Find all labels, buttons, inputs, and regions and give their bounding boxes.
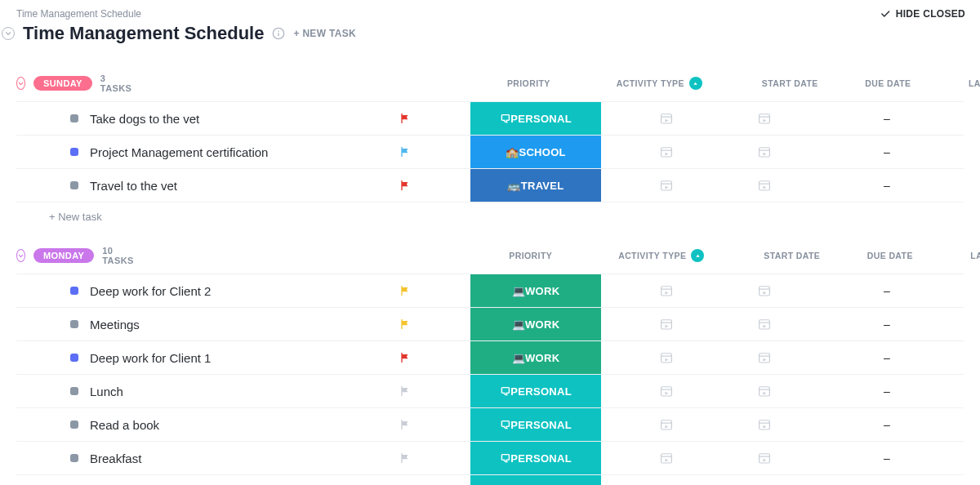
sort-indicator[interactable] (691, 249, 704, 262)
task-status-box[interactable] (70, 454, 78, 462)
due-date-cell[interactable] (715, 145, 813, 159)
info-icon[interactable] (272, 27, 285, 40)
task-name[interactable]: Project Management certification (78, 145, 268, 159)
activity-type-chip[interactable]: 💻WORK (470, 274, 601, 307)
task-name[interactable]: Deep work for Client 1 (78, 351, 211, 365)
activity-type-chip[interactable]: 🗨PERSONAL (470, 408, 601, 441)
latest-comment-cell[interactable]: – (813, 351, 960, 364)
start-date-cell[interactable] (617, 350, 715, 365)
column-activity-type[interactable]: ACTIVITY TYPE (580, 249, 743, 262)
group-collapse-toggle[interactable] (16, 77, 25, 90)
task-row[interactable]: Prepare for work 🗨PERSONAL – (16, 474, 964, 485)
start-date-cell[interactable] (617, 145, 715, 159)
task-status-box[interactable] (70, 420, 78, 429)
latest-comment-cell[interactable]: – (813, 385, 960, 398)
activity-type-chip[interactable]: 🚌TRAVEL (470, 169, 601, 202)
new-task-row[interactable]: + New task (16, 202, 964, 226)
activity-type-chip[interactable]: 🗨PERSONAL (470, 375, 601, 407)
hide-closed-toggle[interactable]: HIDE CLOSED (880, 8, 965, 20)
due-date-cell[interactable] (715, 451, 813, 465)
activity-type-chip[interactable]: 🗨PERSONAL (470, 442, 601, 474)
activity-type-chip[interactable]: 🗨PERSONAL (470, 475, 601, 485)
priority-flag-icon[interactable] (399, 112, 412, 125)
activity-type-chip[interactable]: 🏫SCHOOL (470, 136, 601, 168)
task-row[interactable]: Meetings 💻WORK – (16, 307, 964, 340)
due-date-cell[interactable] (715, 178, 813, 193)
priority-flag-icon[interactable] (399, 179, 412, 192)
group-collapse-toggle[interactable] (16, 249, 25, 262)
priority-flag-icon[interactable] (399, 385, 412, 398)
task-name[interactable]: Take dogs to the vet (78, 112, 199, 126)
due-date-cell[interactable] (715, 317, 813, 331)
activity-type-chip[interactable]: 🗨PERSONAL (470, 102, 601, 135)
latest-comment-cell[interactable]: – (813, 112, 960, 125)
task-row[interactable]: Breakfast 🗨PERSONAL – (16, 441, 964, 474)
column-latest-comment[interactable]: LATEST COMMENT (937, 78, 980, 88)
collapse-all-toggle[interactable] (2, 27, 15, 40)
task-status-box[interactable] (70, 387, 78, 395)
task-row[interactable]: Take dogs to the vet 🗨PERSONAL – (16, 101, 964, 135)
task-name[interactable]: Breakfast (78, 452, 141, 465)
task-row[interactable]: Travel to the vet 🚌TRAVEL – (16, 168, 964, 202)
task-name[interactable]: Lunch (78, 385, 123, 398)
calendar-icon (659, 451, 674, 465)
task-row[interactable]: Deep work for Client 1 💻WORK – (16, 340, 964, 374)
calendar-icon (757, 317, 772, 331)
column-activity-type[interactable]: ACTIVITY TYPE (577, 77, 741, 90)
start-date-cell[interactable] (617, 417, 715, 432)
priority-flag-icon[interactable] (399, 351, 412, 364)
task-row[interactable]: Project Management certification 🏫SCHOOL… (16, 135, 964, 168)
column-priority[interactable]: PRIORITY (479, 78, 577, 88)
latest-comment-cell[interactable]: – (813, 179, 960, 192)
due-date-cell[interactable] (715, 417, 813, 432)
calendar-icon (659, 145, 674, 159)
column-priority[interactable]: PRIORITY (482, 251, 580, 260)
task-row[interactable]: Lunch 🗨PERSONAL – (16, 374, 964, 407)
latest-comment-cell[interactable]: – (813, 284, 960, 297)
latest-comment-cell[interactable]: – (813, 318, 960, 331)
task-name[interactable]: Meetings (78, 318, 140, 331)
latest-comment-cell[interactable]: – (813, 145, 960, 158)
task-name[interactable]: Read a book (78, 418, 159, 432)
breadcrumb[interactable]: Time Management Schedule (0, 0, 980, 23)
task-status-box[interactable] (70, 287, 78, 295)
priority-flag-icon[interactable] (399, 145, 412, 158)
new-task-button-top[interactable]: + NEW TASK (293, 28, 355, 39)
task-row[interactable]: Read a book 🗨PERSONAL – (16, 407, 964, 441)
task-name[interactable]: Travel to the vet (78, 179, 177, 193)
start-date-cell[interactable] (617, 111, 715, 126)
latest-comment-cell[interactable]: – (813, 418, 960, 431)
due-date-cell[interactable] (715, 384, 813, 398)
task-row[interactable]: Deep work for Client 2 💻WORK – (16, 274, 964, 307)
latest-comment-cell[interactable]: – (813, 452, 960, 465)
column-latest-comment[interactable]: LATEST COMMENT (939, 251, 980, 260)
task-status-box[interactable] (70, 181, 78, 189)
task-status-box[interactable] (70, 320, 78, 328)
activity-type-chip[interactable]: 💻WORK (470, 341, 601, 374)
start-date-cell[interactable] (617, 283, 715, 298)
start-date-cell[interactable] (617, 384, 715, 398)
column-start-date[interactable]: START DATE (741, 78, 839, 88)
group-day-pill[interactable]: SUNDAY (33, 76, 92, 91)
group-day-pill[interactable]: MONDAY (33, 248, 94, 263)
start-date-cell[interactable] (617, 178, 715, 193)
activity-type-chip[interactable]: 💻WORK (470, 308, 601, 340)
priority-flag-icon[interactable] (399, 452, 412, 465)
priority-flag-icon[interactable] (399, 284, 412, 297)
start-date-cell[interactable] (617, 317, 715, 331)
priority-flag-icon[interactable] (399, 318, 412, 331)
task-status-box[interactable] (70, 354, 78, 362)
task-name[interactable]: Deep work for Client 2 (78, 284, 211, 298)
start-date-cell[interactable] (617, 451, 715, 465)
due-date-cell[interactable] (715, 111, 813, 126)
sort-indicator[interactable] (689, 77, 702, 90)
column-due-date[interactable]: DUE DATE (841, 251, 939, 260)
column-start-date[interactable]: START DATE (743, 251, 841, 260)
task-status-box[interactable] (70, 148, 78, 156)
priority-flag-icon[interactable] (399, 418, 412, 431)
calendar-icon (659, 111, 674, 126)
task-status-box[interactable] (70, 114, 78, 122)
due-date-cell[interactable] (715, 350, 813, 365)
column-due-date[interactable]: DUE DATE (839, 78, 937, 88)
due-date-cell[interactable] (715, 283, 813, 298)
